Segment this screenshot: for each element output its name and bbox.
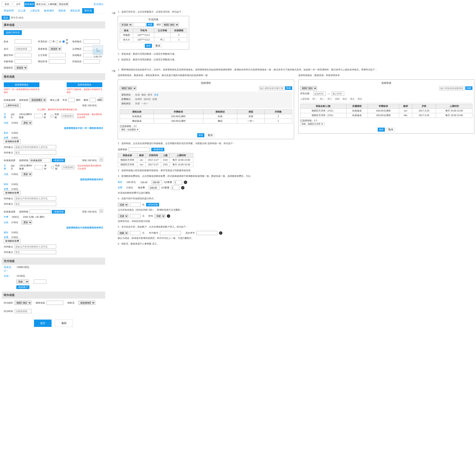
channel-select[interactable]: 请选择 [49, 47, 61, 51]
avatar-upload[interactable] [93, 45, 103, 55]
course-save[interactable]: 保存 [197, 133, 204, 137]
pop-name-select[interactable]: 学员姓名 [120, 23, 132, 27]
sales-source-input[interactable] [47, 301, 63, 305]
remove-block-1[interactable] [99, 97, 103, 101]
discount-select-2[interactable]: 原价 [22, 172, 32, 176]
add-material-2[interactable]: 新增教材杂费 [4, 191, 20, 195]
submit-button[interactable]: 提交 [34, 319, 52, 327]
pop-cancel[interactable]: 取消 [154, 44, 162, 48]
class-search-btn[interactable]: 检索 [465, 86, 472, 90]
qty-input-2[interactable] [34, 165, 43, 169]
table-row[interactable]: 李晓霞132****11112 [120, 33, 187, 37]
remove-icon[interactable]: − [167, 214, 170, 218]
gender-female[interactable] [55, 40, 58, 43]
mother-phone-input[interactable] [83, 40, 100, 44]
pay-method-select[interactable]: 现金 [16, 279, 29, 284]
r3-fee-price-input[interactable] [149, 186, 159, 190]
note-in-2[interactable] [14, 196, 56, 200]
chip-remove[interactable]: ✕ [321, 123, 323, 125]
course-cancel[interactable]: 取消 [206, 133, 215, 137]
salesperson-select[interactable]: 请选择销售员 [78, 301, 95, 305]
valid-checkbox-2[interactable] [51, 166, 54, 169]
pop-name-input[interactable] [133, 23, 146, 27]
r3-fee-qty-input[interactable] [171, 186, 179, 190]
wechat-input[interactable] [15, 53, 31, 57]
pay-amount-input[interactable] [34, 279, 46, 284]
nav-home[interactable]: 首页 [2, 2, 12, 7]
table-row[interactable]: 张大大132****1111华二1 [120, 37, 187, 42]
add-account-button[interactable]: +收款帐户 [16, 286, 29, 289]
r5-method[interactable]: 转账 [118, 231, 128, 235]
select-class-enroll-button[interactable]: 选择班级报名 [67, 82, 102, 87]
start-date-input[interactable] [313, 92, 326, 96]
r3-qty-input[interactable] [174, 180, 182, 184]
r3-price-input[interactable] [152, 180, 162, 184]
note-in-3[interactable] [14, 245, 56, 249]
table-row[interactable]: 朝阳区艺术班cici2017-3-272/10每天 10:00-15:00 [118, 158, 193, 162]
area-input[interactable] [49, 59, 66, 64]
schedule-time-button[interactable]: 上课时间设定 [4, 103, 20, 108]
add-material-3[interactable]: 新增教材杂费 [4, 239, 20, 243]
r4-amount[interactable] [130, 203, 141, 207]
teacher-hours-input[interactable] [89, 98, 96, 102]
table-row[interactable]: 朝阳区艺术班（2/10）绘画速成100.00元/课程cici2017-3-28每… [300, 108, 472, 113]
select-existing-student-button[interactable]: 选择已有学员 [4, 30, 22, 35]
remove-block-3[interactable] [99, 209, 103, 213]
remove-icon[interactable]: − [219, 231, 222, 235]
sub-record-class[interactable]: 记上课 [16, 8, 28, 13]
r4-discount-val[interactable]: 99折 [155, 214, 165, 218]
r5-serial[interactable] [196, 231, 217, 235]
birthday-input[interactable] [15, 47, 31, 51]
expire-date-1[interactable] [61, 114, 74, 118]
nav-hall[interactable]: 大厅 [13, 2, 23, 7]
sub-teacher-hours[interactable]: 教师课时 [42, 8, 56, 13]
sub-schedule[interactable]: 课程表 [56, 8, 68, 13]
note-out-1[interactable] [14, 150, 56, 155]
class-save[interactable]: 保存 [378, 128, 385, 132]
class-campus-select[interactable]: 朝阳门校区 [300, 86, 317, 90]
r5-account[interactable] [160, 231, 181, 235]
student-hours-input[interactable] [68, 98, 75, 102]
pop-campus-select[interactable]: 朝阳门校区 [162, 23, 179, 27]
course-campus-select[interactable]: 朝阳门校区 [120, 86, 136, 90]
discount-select-1[interactable]: 原价 [22, 121, 32, 125]
r4-amount2[interactable] [130, 214, 141, 218]
new-class-btn-3[interactable]: +新建班级 [52, 210, 65, 213]
table-row[interactable]: 绘画速成100.00元/课时绘画班课2 [120, 114, 292, 119]
course-search-input[interactable] [259, 86, 284, 90]
sub-class-mgmt[interactable]: 班级管理 [2, 8, 16, 13]
pop-save[interactable]: 保存 [145, 44, 152, 48]
r4-discount-type2[interactable]: 优惠 [118, 214, 128, 218]
back-button[interactable]: 返回 [2, 16, 10, 20]
valid-checkbox-1[interactable] [51, 115, 53, 117]
add-discount-btn[interactable]: +添加优惠 [146, 203, 159, 206]
gender-unknown[interactable] [62, 40, 65, 43]
table-row[interactable]: 朝阳区艺术班（2/10）绘画速成100.00元/课程kiki2017-3-28每… [300, 113, 472, 118]
table-row[interactable]: 朝阳区艺术班cici2017-3-272/10每天 10:00-15:00 [118, 162, 193, 167]
school-input[interactable] [49, 53, 66, 57]
nav-settings[interactable]: 系统设置 [58, 2, 69, 7]
end-date-input[interactable] [332, 92, 344, 96]
sub-search-student[interactable]: 查学员 [82, 8, 94, 13]
handle-campus-select[interactable]: 朝阳门校区 [15, 301, 31, 305]
follow-select[interactable]: 请选择 [15, 66, 27, 70]
r4-discount-type[interactable]: 优惠 [118, 203, 128, 207]
class-input-2[interactable] [30, 158, 51, 162]
teacher-select-1[interactable]: 请选择教师 [30, 98, 46, 102]
other-info-input[interactable] [83, 59, 100, 64]
return-button[interactable]: 返回 [55, 319, 73, 327]
nav-parent[interactable]: 家长互动 [36, 2, 46, 7]
select-course-enroll-button[interactable]: 选择课程报名 [4, 82, 39, 87]
r5-amount[interactable] [130, 231, 141, 235]
handle-time-input[interactable] [15, 309, 31, 313]
remove-icon[interactable]: − [181, 186, 184, 189]
class-input-3[interactable] [30, 210, 51, 214]
pop-search-btn[interactable]: 检索 [147, 23, 154, 27]
sub-course-settings[interactable]: 课程设置 [68, 8, 82, 13]
grade-input[interactable] [15, 59, 31, 64]
name-input[interactable] [15, 40, 31, 44]
course-search-btn[interactable]: 检索 [285, 86, 292, 90]
remove-block-2[interactable] [99, 158, 103, 162]
class-search-input[interactable] [439, 86, 464, 90]
note-in-1[interactable] [14, 145, 56, 149]
